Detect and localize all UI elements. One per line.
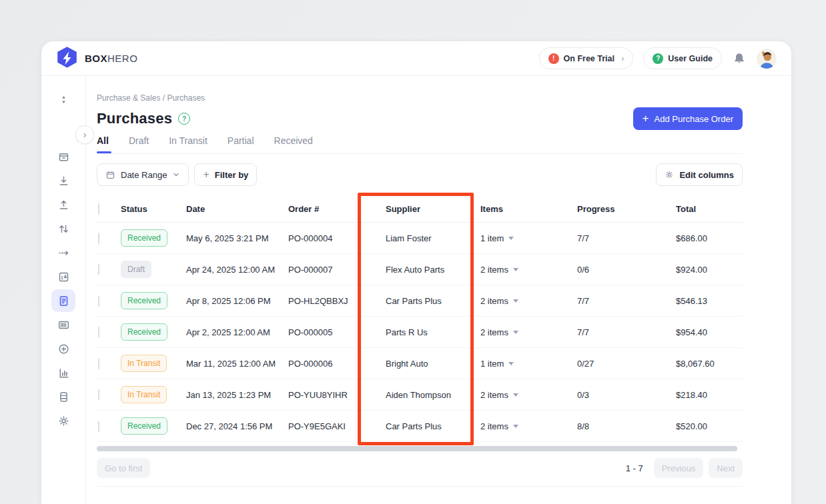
row-checkbox[interactable] [98, 421, 99, 432]
brand-name: BOXHERO [85, 53, 137, 64]
sidebar-item-reorder[interactable] [51, 88, 75, 111]
settings-icon [57, 415, 70, 427]
items-dropdown[interactable]: 1 item [480, 233, 577, 243]
row-checkbox[interactable] [98, 233, 99, 244]
items-dropdown[interactable]: 1 item [480, 359, 577, 369]
sidebar-item-stock-in[interactable] [51, 169, 75, 192]
order-number: PO-Y9E5GAKI [288, 421, 386, 431]
items-dropdown[interactable]: 2 items [480, 390, 577, 400]
stock-in-icon [57, 175, 70, 187]
total-amount: $546.13 [676, 296, 743, 306]
free-trial-label: On Free Trial [564, 54, 614, 63]
total-amount: $924.00 [676, 265, 743, 275]
tabs-divider [97, 153, 743, 154]
caret-down-icon [513, 393, 518, 397]
page-title: Purchases [97, 110, 172, 127]
order-date: Dec 27, 2024 1:56 PM [186, 421, 288, 431]
sidebar-item-stocktake[interactable]: 1 [51, 265, 75, 288]
filter-by-button[interactable]: + Filter by [194, 163, 257, 186]
items-dropdown[interactable]: 2 items [480, 296, 577, 306]
stock-out-icon [57, 199, 70, 211]
previous-page-button[interactable]: Previous [654, 458, 704, 478]
user-guide-label: User Guide [668, 54, 713, 63]
total-amount: $520.00 [676, 421, 743, 431]
progress-value: 0/27 [577, 359, 676, 369]
caret-down-icon [513, 331, 518, 334]
tab-partial[interactable]: Partial [228, 135, 254, 153]
data-center-icon [57, 391, 70, 403]
svg-text:1: 1 [60, 275, 63, 280]
date-range-dropdown[interactable]: Date Range [97, 163, 189, 186]
tab-all[interactable]: All [97, 135, 109, 153]
sidebar-item-barcode[interactable] [51, 313, 75, 336]
sidebar-item-settings[interactable] [51, 409, 75, 432]
items-icon [57, 151, 70, 163]
order-number: PO-YUU8YIHR [288, 390, 386, 400]
items-dropdown[interactable]: 2 items [480, 421, 577, 431]
chevron-right-icon: › [621, 53, 624, 63]
supplier-name: Car Parts Plus [386, 296, 480, 306]
go-to-first-button[interactable]: Go to first [97, 458, 150, 478]
app-window: BOXHERO ! On Free Trial › ? User Guide [41, 41, 791, 504]
progress-value: 7/7 [577, 233, 676, 243]
barcode-icon [57, 319, 70, 331]
table-row: In TransitMar 11, 2025 12:00 AMPO-000006… [97, 348, 743, 379]
tab-in-transit[interactable]: In Transit [169, 135, 208, 153]
sidebar-item-add-new[interactable] [51, 337, 75, 360]
alert-icon: ! [548, 53, 559, 64]
user-avatar[interactable] [757, 49, 777, 69]
sidebar-expand-button[interactable]: › [75, 125, 94, 144]
top-bar: BOXHERO ! On Free Trial › ? User Guide [41, 41, 791, 76]
add-purchase-order-button[interactable]: + Add Purchase Order [633, 107, 743, 130]
tab-received[interactable]: Received [274, 135, 313, 153]
sidebar-item-data-center[interactable] [51, 385, 75, 408]
select-all-checkbox[interactable] [98, 203, 99, 215]
free-trial-button[interactable]: ! On Free Trial › [539, 47, 634, 69]
caret-down-icon [508, 362, 514, 365]
sidebar-item-analytics[interactable] [51, 361, 75, 384]
sidebar-item-purchase-sales[interactable] [51, 289, 75, 312]
row-checkbox[interactable] [98, 327, 99, 338]
supplier-name: Car Parts Plus [386, 421, 480, 431]
row-checkbox[interactable] [98, 389, 99, 401]
add-new-icon [57, 343, 70, 355]
reorder-icon [59, 95, 69, 105]
progress-value: 8/8 [577, 421, 676, 431]
items-dropdown[interactable]: 2 items [480, 265, 577, 275]
items-dropdown[interactable]: 2 items [480, 327, 577, 337]
sidebar-item-transfer[interactable] [51, 241, 75, 264]
user-guide-button[interactable]: ? User Guide [643, 47, 722, 69]
total-amount: $8,067.60 [676, 359, 743, 369]
scrollbar-thumb[interactable] [97, 446, 737, 451]
plus-icon: + [203, 169, 209, 180]
sidebar-item-items[interactable] [51, 145, 75, 168]
tab-draft[interactable]: Draft [129, 135, 149, 153]
sidebar-item-move[interactable] [51, 217, 75, 240]
plus-icon: + [643, 113, 649, 124]
order-date: Jan 13, 2025 1:23 PM [186, 390, 288, 400]
brand[interactable]: BOXHERO [56, 47, 137, 70]
row-checkbox[interactable] [98, 295, 99, 307]
table-header-row: StatusDateOrder #SupplierItemsProgressTo… [97, 195, 743, 223]
edit-columns-button[interactable]: Edit columns [656, 163, 743, 186]
sidebar-item-stock-out[interactable] [51, 193, 75, 216]
supplier-name: Flex Auto Parts [386, 265, 480, 275]
notifications-bell-icon[interactable] [732, 51, 747, 67]
chevron-down-icon [172, 171, 180, 179]
column-header-date: Date [186, 204, 288, 214]
sidebar: 1 › [41, 76, 86, 504]
status-tabs: AllDraftIn TransitPartialReceived [97, 135, 743, 153]
order-number: PO-000004 [288, 233, 386, 243]
footer-divider [97, 486, 743, 487]
next-page-button[interactable]: Next [709, 458, 743, 478]
move-icon [57, 223, 70, 235]
row-checkbox[interactable] [98, 264, 99, 275]
help-icon[interactable]: ? [178, 113, 190, 125]
boxhero-logo-icon [56, 47, 78, 70]
progress-value: 0/6 [577, 265, 676, 275]
table-row: In TransitJan 13, 2025 1:23 PMPO-YUU8YIH… [97, 379, 743, 411]
row-checkbox[interactable] [98, 358, 99, 369]
column-header-supplier: Supplier [386, 204, 480, 214]
order-number: PO-000007 [288, 265, 386, 275]
breadcrumb: Purchase & Sales / Purchases [97, 93, 781, 103]
